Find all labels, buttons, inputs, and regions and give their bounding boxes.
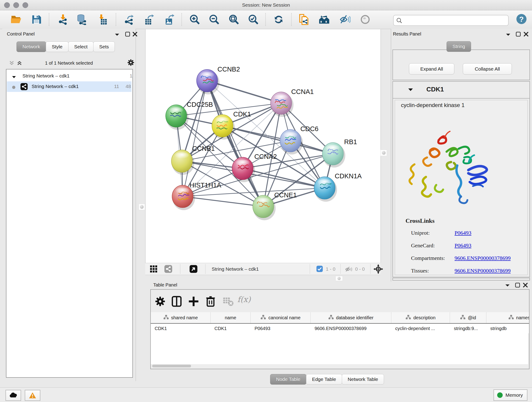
import-table-icon[interactable] xyxy=(97,14,108,25)
crosslink-label: GeneCard: xyxy=(411,242,455,249)
crosslink-uniprot-[interactable]: P06493 xyxy=(455,230,471,236)
column-header-database-identifier[interactable]: database identifier xyxy=(311,312,391,323)
column-header-shared-name[interactable]: shared name xyxy=(151,312,210,323)
export-network-icon[interactable] xyxy=(123,14,134,25)
network-file-icon[interactable] xyxy=(298,14,309,25)
import-network-icon[interactable] xyxy=(57,14,69,25)
column-header-name[interactable]: name xyxy=(210,312,251,323)
home-networks-icon[interactable] xyxy=(319,14,330,25)
node-CDC25B[interactable]: CDC25B xyxy=(166,101,213,130)
gene-symbol: CDK1 xyxy=(426,86,444,93)
left-splitter-handle[interactable] xyxy=(139,204,145,210)
open-in-browser-icon[interactable] xyxy=(189,265,198,273)
pan-crosshair-icon[interactable] xyxy=(374,264,383,274)
node-CCNA1[interactable]: CCNA1 xyxy=(271,88,314,117)
scrollbar-thumb[interactable] xyxy=(152,365,191,367)
close-panel-icon[interactable] xyxy=(523,283,528,288)
warning-status-button[interactable] xyxy=(25,390,40,401)
table-cell[interactable]: stringdb:9... xyxy=(450,324,486,333)
search-input[interactable] xyxy=(404,16,506,24)
delete-column-icon[interactable] xyxy=(205,296,216,307)
crosslink-genecard-[interactable]: P06493 xyxy=(455,242,471,249)
float-panel-icon[interactable] xyxy=(125,32,130,38)
memory-button[interactable]: Memory xyxy=(494,389,527,401)
horizontal-scrollbar[interactable] xyxy=(151,364,528,368)
table-panel-title: Table Panel xyxy=(153,282,177,288)
zoom-out-icon[interactable] xyxy=(209,14,220,25)
network-row-selected[interactable]: String Network – cdk1 11 48 xyxy=(7,81,132,92)
panel-menu-icon[interactable] xyxy=(506,33,511,37)
expand-all-button[interactable]: Expand All xyxy=(409,63,454,75)
selected-checkbox-icon[interactable] xyxy=(316,265,323,272)
node-label-CDK1: CDK1 xyxy=(233,110,251,118)
tab-sets[interactable]: Sets xyxy=(93,41,115,52)
tab-node-table[interactable]: Node Table xyxy=(270,374,306,385)
column-header-canonical-name[interactable]: canonical name xyxy=(251,312,311,323)
panel-menu-icon[interactable] xyxy=(505,284,510,288)
node-RB1[interactable]: RB1 xyxy=(322,138,357,167)
export-table-icon[interactable] xyxy=(144,14,155,25)
table-cell[interactable]: P06493 xyxy=(251,324,311,333)
help-icon[interactable]: ? xyxy=(516,13,527,25)
table-cell[interactable]: 9606.ENSP00000378699 xyxy=(311,324,391,333)
table-cell[interactable]: stringdb xyxy=(486,324,530,333)
panel-menu-icon[interactable] xyxy=(114,33,120,37)
export-image-icon[interactable] xyxy=(164,14,175,25)
float-panel-icon[interactable] xyxy=(515,283,520,288)
node-CDK1[interactable]: CDK1 xyxy=(212,110,251,140)
control-panel-tabs: NetworkStyleSelectSets xyxy=(17,41,114,52)
close-panel-icon[interactable] xyxy=(133,32,138,38)
collapse-all-button[interactable]: Collapse All xyxy=(463,63,512,75)
crosslink-compartments-[interactable]: 9606.ENSP00000378699 xyxy=(455,255,511,261)
node-CCNB2[interactable]: CCNB2 xyxy=(196,65,240,95)
table-cell[interactable]: CDK1 xyxy=(210,324,251,333)
close-panel-icon[interactable] xyxy=(524,32,529,38)
node-CCNB1[interactable]: CCNB1 xyxy=(171,145,215,175)
crosslink-tissues-[interactable]: 9606.ENSP00000378699 xyxy=(455,268,511,274)
refresh-icon[interactable] xyxy=(273,14,284,25)
show-graphics-details-icon[interactable] xyxy=(360,14,371,25)
cloud-status-button[interactable] xyxy=(6,390,21,401)
column-header-namespace[interactable]: namespace xyxy=(486,312,530,323)
table-row[interactable]: CDK1CDK1P064939606.ENSP00000378699cyclin… xyxy=(151,324,530,333)
bottom-splitter-handle[interactable] xyxy=(336,276,343,281)
show-columns-icon[interactable] xyxy=(171,296,182,307)
table-options-gear-icon[interactable] xyxy=(154,296,166,307)
zoom-in-icon[interactable] xyxy=(189,14,200,25)
table-cell[interactable]: cyclin-dependent ... xyxy=(391,324,450,333)
tab-string[interactable]: String xyxy=(447,41,471,52)
network-collection-row[interactable]: String Network – cdk1 1 xyxy=(7,71,132,81)
column-header-label: @id xyxy=(468,315,476,320)
create-column-icon[interactable] xyxy=(188,296,199,307)
tab-edge-table[interactable]: Edge Table xyxy=(306,374,342,385)
column-header-description[interactable]: description xyxy=(391,312,450,323)
table-cell[interactable]: CDK1 xyxy=(151,324,210,333)
node-CDKN1A[interactable]: CDKN1A xyxy=(314,172,362,202)
birds-eye-view-icon[interactable] xyxy=(149,265,158,273)
float-panel-icon[interactable] xyxy=(516,32,521,38)
edge-CCNB2-HIST1H1A[interactable] xyxy=(183,81,207,196)
node-CCNE1[interactable]: CCNE1 xyxy=(253,191,297,220)
save-session-icon[interactable] xyxy=(31,14,42,25)
tab-style[interactable]: Style xyxy=(46,41,69,52)
string-view-icon[interactable] xyxy=(164,265,172,273)
import-network-from-database-icon[interactable] xyxy=(76,14,87,25)
selected-node-edge-count: 1 - 0 xyxy=(326,263,336,275)
hidden-eye-icon[interactable] xyxy=(345,266,352,272)
zoom-selected-icon[interactable] xyxy=(248,14,259,25)
hide-unhide-icon[interactable] xyxy=(340,14,351,25)
network-canvas[interactable]: CCNB2CCNA1CDC25BCDK1CDC6RB1CCNB1CCNA2CDK… xyxy=(145,29,381,263)
zoom-fit-icon[interactable] xyxy=(228,14,239,25)
node-CDC6[interactable]: CDC6 xyxy=(280,125,318,154)
tab-network-table[interactable]: Network Table xyxy=(342,374,384,385)
tab-select[interactable]: Select xyxy=(68,41,94,52)
tab-network[interactable]: Network xyxy=(17,41,46,52)
network-graph[interactable]: CCNB2CCNA1CDC25BCDK1CDC6RB1CCNB1CCNA2CDK… xyxy=(146,29,380,263)
gene-expand-icon[interactable] xyxy=(408,88,413,92)
open-file-icon[interactable] xyxy=(11,14,22,25)
network-selection-status: 1 of 1 Network selected xyxy=(2,61,136,66)
collection-expand-icon[interactable] xyxy=(12,74,16,80)
network-options-gear-icon[interactable] xyxy=(127,59,135,67)
right-splitter-handle[interactable] xyxy=(380,150,387,156)
column-header--id[interactable]: @id xyxy=(450,312,486,323)
